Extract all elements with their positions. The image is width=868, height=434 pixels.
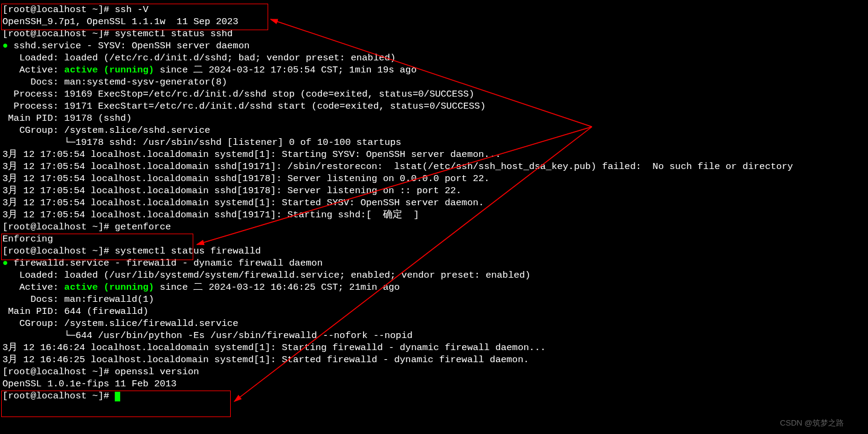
shell-command: systemctl status sshd: [109, 28, 233, 39]
shell-command: ssh -V: [109, 4, 149, 15]
terminal-line: Enforcing: [2, 233, 866, 245]
terminal-line: Process: 19169 ExecStop=/etc/rc.d/init.d…: [2, 88, 866, 100]
terminal-line: OpenSSH_9.7p1, OpenSSL 1.1.1w 11 Sep 202…: [2, 16, 866, 28]
service-title: firewalld.service - firewalld - dynamic …: [8, 258, 323, 269]
shell-prompt: [root@localhost ~]#: [2, 222, 109, 232]
terminal-line: CGroup: /system.slice/firewalld.service: [2, 318, 866, 330]
terminal-line: CGroup: /system.slice/sshd.service: [2, 124, 866, 136]
terminal-line: └─19178 sshd: /usr/sbin/sshd [listener] …: [2, 136, 866, 148]
terminal-line: 3月 12 17:05:54 localhost.localdomain ssh…: [2, 173, 866, 185]
watermark: CSDN @筑梦之路: [780, 417, 844, 429]
terminal-line: 3月 12 17:05:54 localhost.localdomain sys…: [2, 197, 866, 209]
active-since: since 二 2024-03-12 17:05:54 CST; 1min 19…: [154, 65, 417, 75]
shell-command: openssl version: [109, 366, 199, 377]
status-dot-icon: ●: [2, 40, 8, 51]
terminal-line: ● firewalld.service - firewalld - dynami…: [2, 257, 866, 269]
terminal-line: Loaded: loaded (/usr/lib/systemd/system/…: [2, 269, 866, 281]
terminal-line: 3月 12 16:46:25 localhost.localdomain sys…: [2, 354, 866, 366]
shell-prompt: [root@localhost ~]#: [2, 4, 109, 15]
terminal-line: 3月 12 17:05:54 localhost.localdomain ssh…: [2, 185, 866, 197]
active-state: active (running): [64, 65, 154, 75]
shell-prompt: [root@localhost ~]#: [2, 391, 115, 401]
shell-prompt: [root@localhost ~]#: [2, 246, 109, 257]
terminal-line: Docs: man:systemd-sysv-generator(8): [2, 76, 866, 88]
active-since: since 二 2024-03-12 16:46:25 CST; 21min a…: [154, 282, 400, 293]
terminal-line: Main PID: 19178 (sshd): [2, 112, 866, 124]
terminal-line: [root@localhost ~]# systemctl status ssh…: [2, 28, 866, 40]
terminal-line: Main PID: 644 (firewalld): [2, 305, 866, 318]
terminal-line: Process: 19171 ExecStart=/etc/rc.d/init.…: [2, 100, 866, 112]
terminal-line: Active: active (running) since 二 2024-03…: [2, 281, 866, 293]
terminal-line: └─644 /usr/bin/python -Es /usr/sbin/fire…: [2, 330, 866, 342]
terminal-line: OpenSSL 1.0.1e-fips 11 Feb 2013: [2, 378, 866, 390]
terminal-line: 3月 12 17:05:54 localhost.localdomain ssh…: [2, 209, 866, 221]
active-label: Active:: [2, 65, 64, 75]
terminal-line: 3月 12 16:46:24 localhost.localdomain sys…: [2, 342, 866, 354]
shell-command: systemctl status firewalld: [109, 246, 261, 257]
terminal-line: Docs: man:firewalld(1): [2, 293, 866, 305]
active-label: Active:: [2, 282, 64, 293]
terminal-line: [root@localhost ~]# systemctl status fir…: [2, 245, 866, 257]
terminal-line: [root@localhost ~]# openssl version: [2, 366, 866, 378]
shell-command: getenforce: [109, 222, 171, 232]
terminal-line: [root@localhost ~]# getenforce: [2, 221, 866, 233]
terminal-line: Active: active (running) since 二 2024-03…: [2, 64, 866, 76]
shell-prompt: [root@localhost ~]#: [2, 28, 109, 39]
service-title: sshd.service - SYSV: OpenSSH server daem…: [8, 40, 249, 51]
status-dot-icon: ●: [2, 258, 8, 269]
terminal-line: [root@localhost ~]# ssh -V: [2, 4, 866, 16]
cursor-icon: [115, 392, 120, 401]
terminal-line: 3月 12 17:05:54 localhost.localdomain ssh…: [2, 161, 866, 173]
terminal-line: 3月 12 17:05:54 localhost.localdomain sys…: [2, 148, 866, 161]
terminal-line: [root@localhost ~]#: [2, 390, 866, 402]
shell-prompt: [root@localhost ~]#: [2, 366, 109, 377]
terminal-line: Loaded: loaded (/etc/rc.d/init.d/sshd; b…: [2, 52, 866, 64]
terminal-line: ● sshd.service - SYSV: OpenSSH server da…: [2, 40, 866, 52]
active-state: active (running): [64, 282, 154, 293]
terminal-output[interactable]: [root@localhost ~]# ssh -VOpenSSH_9.7p1,…: [0, 0, 868, 402]
